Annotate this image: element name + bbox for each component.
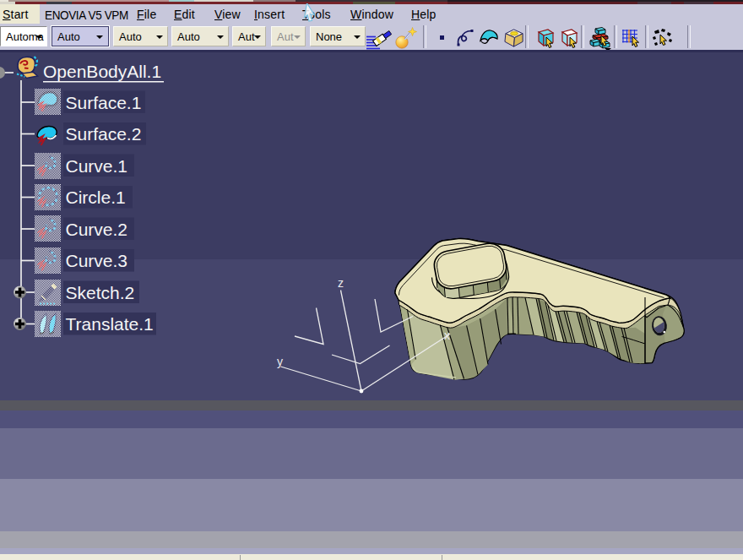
svg-text:z: z <box>338 276 344 290</box>
svg-text:OpenBodyAll.1: OpenBodyAll.1 <box>43 62 161 81</box>
svg-text:Curve.2: Curve.2 <box>66 220 128 239</box>
svg-text:Sketch.2: Sketch.2 <box>66 283 135 302</box>
svg-text:y: y <box>277 355 283 368</box>
svg-text:Translate.1: Translate.1 <box>66 314 154 334</box>
svg-text:Surface.2: Surface.2 <box>66 124 142 144</box>
svg-text:Surface.1: Surface.1 <box>66 93 142 112</box>
svg-text:Curve.3: Curve.3 <box>66 251 128 270</box>
svg-text:Curve.1: Curve.1 <box>66 156 128 176</box>
svg-text:Circle.1: Circle.1 <box>66 188 126 207</box>
svg-text:x: x <box>444 329 450 342</box>
